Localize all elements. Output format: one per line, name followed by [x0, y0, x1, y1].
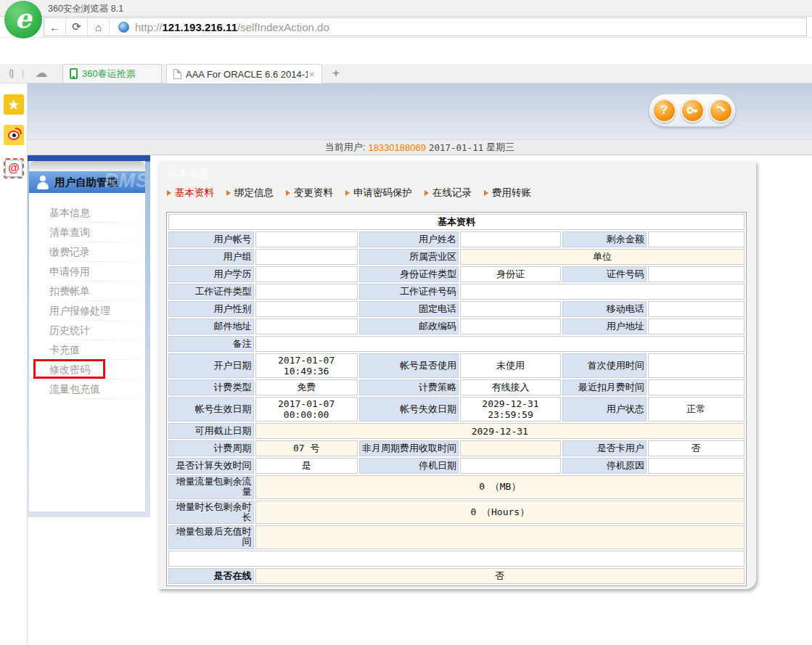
table-row: 帐号生效日期2017-01-07 00:00:00帐号失效日期2029-12-3… — [168, 397, 745, 422]
cloud-sync-icon[interactable]: ☁ — [28, 63, 55, 83]
collapse-tabs-icon[interactable]: ⟨| — [0, 63, 22, 83]
field-label: 最近扣月费时间 — [562, 379, 647, 395]
key-button[interactable] — [681, 99, 705, 123]
tab-360-ticket[interactable]: 360春运抢票 — [62, 64, 162, 83]
arrow-icon — [484, 190, 488, 196]
browser-logo-icon[interactable]: e — [4, 1, 42, 38]
sidebar-menu: 基本信息清单查询缴费记录申请停用扣费帐单用户报修处理历史统计卡充值修改密码流量包… — [29, 193, 145, 399]
sidebar-item-deduction-bills[interactable]: 扣费帐单 — [29, 282, 145, 301]
table-row: 用户组所属营业区单位 — [168, 249, 745, 265]
nav-tab-binding-info[interactable]: 绑定信息 — [226, 186, 274, 200]
phone-icon — [70, 68, 78, 79]
nav-tab-label: 变更资料 — [294, 186, 333, 200]
refresh-icon[interactable]: ⟳ — [66, 18, 88, 36]
field-value — [168, 551, 745, 567]
nav-tab-label: 费用转账 — [492, 186, 531, 200]
basic-info-table-body: 基本资料 用户帐号用户姓名剩余金额用户组所属营业区单位用户学历身份证件类型身份证… — [168, 214, 745, 584]
back-icon[interactable]: ← — [44, 18, 66, 36]
field-value: 2029-12-31 — [255, 423, 745, 439]
sidebar: 用户自助管理 RMS 基本信息清单查询缴费记录申请停用扣费帐单用户报修处理历史统… — [28, 155, 150, 517]
nav-tab-password-protect[interactable]: 申请密码保护 — [345, 186, 412, 200]
exit-arrow-icon — [714, 104, 727, 117]
close-icon[interactable]: × — [309, 69, 315, 80]
field-value — [255, 249, 358, 265]
browser-toolbar: ← ⟳ ⌂ http://121.193.216.11/selfIndexAct… — [0, 17, 812, 38]
tabbar-separator: | — [22, 63, 28, 83]
tab-aaa-oracle[interactable]: AAA For ORACLE 6.6 2014-12 × — [166, 64, 322, 83]
field-value — [255, 336, 745, 352]
mail-stamp-icon[interactable]: @ — [4, 158, 24, 178]
nav-tab-basic-profile[interactable]: 基本资料 — [167, 186, 214, 200]
nav-tab-online-records[interactable]: 在线记录 — [425, 186, 472, 200]
sidebar-item-change-password[interactable]: 修改密码 — [29, 360, 145, 379]
window-title: 360安全浏览器 8.1 — [48, 3, 123, 15]
address-bar[interactable]: ← ⟳ ⌂ http://121.193.216.11/selfIndexAct… — [44, 17, 807, 36]
table-row: 是否在线否 — [168, 568, 745, 584]
field-label: 增量时长包剩余时长 — [168, 501, 254, 525]
tab-bar: ⟨| | ☁ 360春运抢票 AAA For ORACLE 6.6 2014-1… — [0, 64, 812, 83]
field-value: 正常 — [648, 397, 745, 422]
table-row: 是否计算失效时间是停机日期停机原因 — [168, 458, 745, 474]
field-value: 免费 — [255, 379, 358, 395]
sidebar-item-apply-suspend[interactable]: 申请停用 — [29, 262, 145, 282]
field-label: 计费类型 — [168, 379, 254, 395]
sidebar-item-card-recharge[interactable]: 卡充值 — [29, 340, 145, 360]
field-label: 固定电话 — [359, 301, 459, 317]
browser-titlebar: 360安全浏览器 8.1 — [0, 0, 812, 17]
field-label: 身份证件类型 — [359, 266, 459, 282]
home-icon[interactable]: ⌂ — [88, 18, 110, 36]
field-label: 邮件地址 — [168, 319, 254, 334]
weibo-icon[interactable] — [4, 125, 24, 145]
field-value — [255, 266, 358, 282]
arrow-icon — [286, 190, 290, 196]
field-value — [460, 301, 561, 317]
sidebar-item-label: 缴费记录 — [49, 246, 90, 258]
favorites-strip: ★ @ — [0, 83, 28, 645]
table-row: 用户性别固定电话移动电话 — [168, 301, 745, 317]
field-value: 有线接入 — [460, 379, 561, 395]
field-label: 帐号失效日期 — [359, 397, 459, 422]
field-value: 身份证 — [460, 266, 561, 282]
field-value — [255, 284, 358, 300]
logout-button[interactable] — [709, 99, 733, 123]
help-button[interactable]: ? — [652, 99, 676, 123]
field-value: 0 （MB） — [255, 475, 745, 499]
sidebar-item-label: 修改密码 — [49, 363, 90, 375]
arrow-icon — [425, 190, 429, 196]
sidebar-item-label: 卡充值 — [49, 344, 80, 356]
field-value: 2017-01-07 00:00:00 — [255, 397, 358, 422]
table-row: 可用截止日期2029-12-31 — [168, 423, 745, 439]
field-label: 所属营业区 — [359, 249, 459, 265]
sidebar-item-data-package-recharge[interactable]: 流量包充值 — [29, 379, 145, 399]
sidebar-item-history-stats[interactable]: 历史统计 — [29, 321, 145, 340]
favorites-star-icon[interactable]: ★ — [4, 94, 24, 115]
sidebar-item-payment-records[interactable]: 缴费记录 — [29, 242, 145, 262]
field-label: 工作证件号码 — [359, 284, 459, 300]
table-title: 基本资料 — [168, 214, 745, 230]
field-label: 用户姓名 — [359, 231, 459, 247]
field-label: 移动电话 — [562, 301, 647, 317]
web-page: ? 当前用户: 18330188069 2017-01-11 星期三 用户自助管… — [28, 83, 812, 645]
basic-info-table: 基本资料 用户帐号用户姓名剩余金额用户组所属营业区单位用户学历身份证件类型身份证… — [166, 212, 747, 586]
sidebar-item-basic-info[interactable]: 基本信息 — [29, 203, 145, 223]
field-value — [460, 458, 561, 474]
nav-tab-change-profile[interactable]: 变更资料 — [286, 186, 333, 200]
table-row: 备注 — [168, 336, 745, 352]
field-label: 是否卡用户 — [562, 440, 647, 456]
sidebar-item-label: 历史统计 — [49, 324, 90, 336]
url-text[interactable]: http://121.193.216.11/selfIndexAction.do — [135, 21, 329, 33]
new-tab-button[interactable]: + — [327, 64, 345, 83]
current-date: 2017-01-11 — [429, 142, 483, 153]
field-value: 2029-12-31 23:59:59 — [460, 397, 561, 422]
nav-tab-label: 申请密码保护 — [353, 186, 412, 200]
weibo-eye-icon — [8, 131, 20, 140]
table-row — [168, 551, 745, 567]
field-value — [255, 319, 358, 334]
sidebar-item-label: 申请停用 — [49, 266, 90, 277]
sidebar-item-repair-handling[interactable]: 用户报修处理 — [29, 301, 145, 321]
table-row: 增量时长包剩余时长0 （Hours） — [168, 501, 745, 525]
field-value: 是 — [255, 458, 358, 474]
sidebar-item-list-query[interactable]: 清单查询 — [29, 223, 145, 242]
arrow-icon — [167, 190, 171, 196]
nav-tab-fee-transfer[interactable]: 费用转账 — [484, 186, 531, 200]
